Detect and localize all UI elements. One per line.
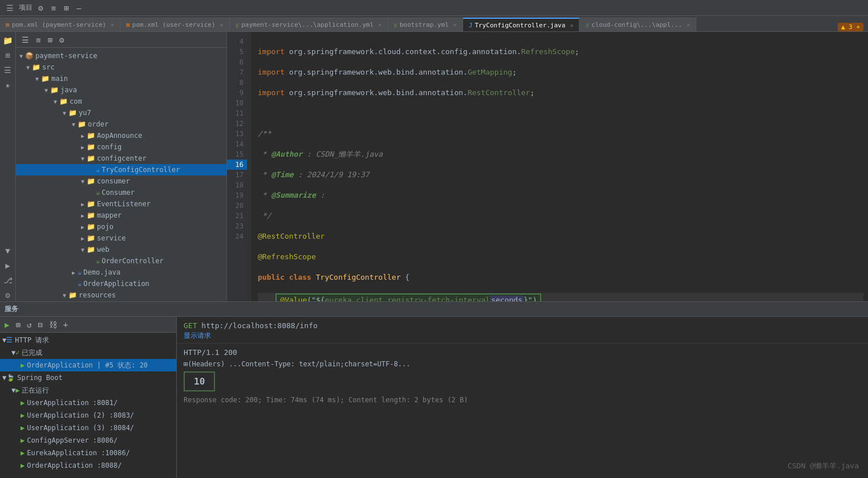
code-line-12: */ xyxy=(258,211,863,221)
tree-completed[interactable]: ▼ ✓ 已完成 xyxy=(0,346,176,359)
folder-icon-consumer: 📁 xyxy=(87,177,95,185)
build-icon[interactable]: — xyxy=(74,2,83,14)
tab-cloud-config-close[interactable]: ✕ xyxy=(687,22,690,28)
tree-service-orderapplication[interactable]: ▶ OrderApplication :8088/ xyxy=(0,459,176,472)
label-pojo: pojo xyxy=(97,223,113,231)
tree-item-payment-service[interactable]: ▼ 📦 payment-service xyxy=(16,50,226,62)
tab-application-payment-close[interactable]: ✕ xyxy=(378,22,382,28)
settings-icon[interactable]: ⚙ xyxy=(36,2,45,14)
tree-service-userapplication3[interactable]: ▶ UserApplication (3) :8084/ xyxy=(0,422,176,434)
arrow-aop: ▶ xyxy=(80,133,86,139)
tab-pom-payment[interactable]: m pom.xml (payment-service) ✕ xyxy=(0,18,120,31)
tree-item-com[interactable]: ▼ 📁 com xyxy=(16,96,226,107)
tree-item-demojava[interactable]: ▶ ☕ Demo.java xyxy=(16,267,226,278)
menu-icon[interactable]: ☰ xyxy=(5,2,15,14)
code-line-7 xyxy=(258,108,863,119)
run-btn[interactable]: ▶ xyxy=(2,319,11,330)
tab-tryconfigcontroller[interactable]: J TryConfigController.java ✕ xyxy=(463,18,580,31)
label-consumer-folder: consumer xyxy=(97,177,130,185)
tree-item-ordercontroller[interactable]: ☕ OrderController xyxy=(16,255,226,267)
project-toolbar-icon4[interactable]: ⚙ xyxy=(57,34,66,46)
tab-application-payment[interactable]: y payment-service\...\application.yml ✕ xyxy=(230,18,388,31)
tree-item-service[interactable]: ▶ 📁 service xyxy=(16,232,226,244)
code-line-11: * @Summarize : xyxy=(258,190,863,201)
tab-bootstrap-close[interactable]: ✕ xyxy=(453,22,457,28)
run-side-icon[interactable]: ▶ xyxy=(3,259,11,272)
label-com: com xyxy=(70,97,82,105)
arrow-web: ▼ xyxy=(80,247,86,253)
http-status: HTTP/1.1 200 xyxy=(184,348,861,357)
editor-area[interactable]: 4 5 6 7 8 9 10 11 12 13 14 15 16 17 18 1… xyxy=(227,32,868,301)
label-mapper: mapper xyxy=(97,211,121,219)
label-service: service xyxy=(97,234,126,242)
bottom-panel-title: 服务 xyxy=(5,304,18,314)
tree-item-web[interactable]: ▼ 📁 web xyxy=(16,244,226,255)
tree-item-tryconfigcontroller[interactable]: ☕ TryConfigController xyxy=(16,164,226,175)
tab-cloud-config[interactable]: y cloud-config\...\appl... ✕ xyxy=(579,18,696,31)
response-body-box: 10 xyxy=(184,371,215,391)
folder-icon-pojo: 📁 xyxy=(87,223,95,231)
project-toolbar-icon3[interactable]: ⊞ xyxy=(45,34,54,46)
folder-icon-java: 📁 xyxy=(50,86,59,94)
rerun-btn[interactable]: ↺ xyxy=(25,319,34,330)
label-configcenter: configcenter xyxy=(97,154,147,162)
tab-cloud-config-label: cloud-config\...\appl... xyxy=(591,21,682,28)
tree-service-userapplication1[interactable]: ▶ UserApplication :8081/ xyxy=(0,397,176,409)
completed-icon: ✓ xyxy=(15,349,19,357)
tab-pom-user[interactable]: m pom.xml (user-service) ✕ xyxy=(120,18,229,31)
tree-orderapplication-run[interactable]: ▶ OrderApplication | #5 状态: 20 xyxy=(0,359,176,371)
bookmark-icon[interactable]: ☰ xyxy=(2,64,13,76)
stop-btn[interactable]: ⊞ xyxy=(13,319,22,330)
tree-http-requests[interactable]: ▼ ☰ HTTP 请求 xyxy=(0,334,176,346)
tree-item-consumer[interactable]: ☕ Consumer xyxy=(16,187,226,198)
label-main: main xyxy=(51,75,68,83)
tree-item-config[interactable]: ▶ 📁 config xyxy=(16,141,226,153)
tree-item-main[interactable]: ▼ 📁 main xyxy=(16,73,226,84)
project-icon[interactable]: 📁 xyxy=(1,34,14,47)
label-springboot: Spring Boot xyxy=(17,374,62,382)
label-web: web xyxy=(97,246,109,254)
project-toolbar-icon1[interactable]: ☰ xyxy=(19,34,31,46)
project-toolbar-icon2[interactable]: ≡ xyxy=(34,34,43,46)
tree-item-aop[interactable]: ▶ 📁 AopAnnounce xyxy=(16,130,226,141)
favorite-icon[interactable]: ★ xyxy=(3,79,11,91)
tree-service-eurekaapp[interactable]: ▶ EurekaApplication :10086/ xyxy=(0,447,176,459)
tree-item-pojo[interactable]: ▶ 📁 pojo xyxy=(16,221,226,232)
structure-icon[interactable]: ⊞ xyxy=(3,49,11,62)
add-btn[interactable]: + xyxy=(61,319,70,330)
tree-running[interactable]: ▼ ▶ 正在运行 xyxy=(0,384,176,397)
tree-item-order[interactable]: ▼ 📁 order xyxy=(16,119,226,130)
label-consumer: Consumer xyxy=(102,189,135,197)
debug-icon[interactable]: ⊞ xyxy=(62,2,71,14)
run-icon[interactable]: ≡ xyxy=(48,2,58,14)
tree-item-mapper[interactable]: ▶ 📁 mapper xyxy=(16,210,226,221)
tree-item-resources[interactable]: ▼ 📁 resources xyxy=(16,289,226,301)
tree-item-consumer-folder[interactable]: ▼ 📁 consumer xyxy=(16,175,226,187)
tab-pom-payment-close[interactable]: ✕ xyxy=(111,22,114,28)
arrow-consumer-folder: ▼ xyxy=(80,178,86,185)
terminal-icon[interactable]: ▼ xyxy=(3,244,11,257)
tree-service-userapplication2[interactable]: ▶ UserApplication (2) :8083/ xyxy=(0,409,176,422)
tab-bootstrap[interactable]: y bootstrap.yml ✕ xyxy=(388,18,463,31)
tab-tryconfigcontroller-close[interactable]: ✕ xyxy=(570,22,573,28)
tree-item-src[interactable]: ▼ 📁 src xyxy=(16,62,226,73)
tab-pom-user-close[interactable]: ✕ xyxy=(220,22,224,28)
label-http-requests: HTTP 请求 xyxy=(15,336,49,345)
http-show-link[interactable]: 显示请求 xyxy=(184,331,861,341)
tab-icon-y3: y xyxy=(585,21,589,28)
filter-btn[interactable]: ⊟ xyxy=(35,319,44,330)
tree-item-orderapplication[interactable]: ☕ OrderApplication xyxy=(16,278,226,289)
tree-item-configcenter[interactable]: ▼ 📁 configcenter xyxy=(16,153,226,164)
code-body[interactable]: import org.springframework.cloud.context… xyxy=(251,32,868,301)
link-btn[interactable]: ⛓ xyxy=(47,319,59,330)
settings-side-icon[interactable]: ⚙ xyxy=(3,289,11,301)
tree-service-configapp[interactable]: ▶ ConfigAppServer :8086/ xyxy=(0,434,176,447)
tab-tryconfigcontroller-label: TryConfigController.java xyxy=(474,22,565,29)
git-icon[interactable]: ⎇ xyxy=(2,274,14,287)
tree-item-yu7[interactable]: ▼ 📁 yu7 xyxy=(16,107,226,119)
label-eventlistener: EventListener xyxy=(97,200,151,208)
tree-item-java[interactable]: ▼ 📁 java xyxy=(16,84,226,96)
http-url: GET http://localhost:8088/info xyxy=(184,321,861,330)
tree-item-eventlistener[interactable]: ▶ 📁 EventListener xyxy=(16,198,226,210)
tree-springboot[interactable]: ▼ 🍃 Spring Boot xyxy=(0,371,176,384)
